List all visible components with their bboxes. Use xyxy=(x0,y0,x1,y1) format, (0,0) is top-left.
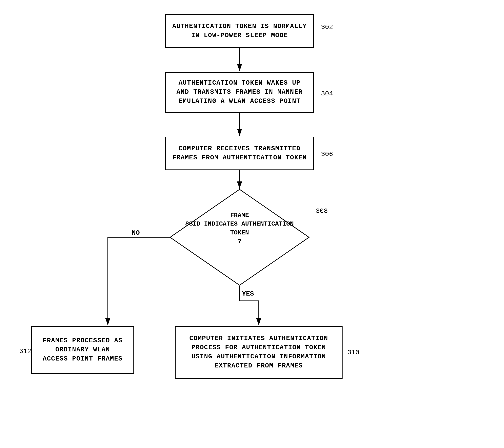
diamond-308-text: FRAME SSID INDICATES AUTHENTICATION TOKE… xyxy=(170,211,309,246)
ref-312: 312 xyxy=(19,348,31,355)
arrow-label-yes: YES xyxy=(242,290,254,298)
arrow-label-no: NO xyxy=(132,229,140,237)
box-306: COMPUTER RECEIVES TRANSMITTED FRAMES FRO… xyxy=(165,137,314,170)
box-312: FRAMES PROCESSED AS ORDINARY WLAN ACCESS… xyxy=(31,326,134,374)
box-302: AUTHENTICATION TOKEN IS NORMALLY IN LOW-… xyxy=(165,14,314,48)
box-310: COMPUTER INITIATES AUTHENTICATION PROCES… xyxy=(175,326,342,379)
ref-310: 310 xyxy=(347,349,359,356)
ref-304: 304 xyxy=(321,90,333,97)
ref-306: 306 xyxy=(321,150,333,158)
ref-308: 308 xyxy=(316,207,328,215)
box-304: AUTHENTICATION TOKEN WAKES UP AND TRANSM… xyxy=(165,72,314,113)
diagram: AUTHENTICATION TOKEN IS NORMALLY IN LOW-… xyxy=(0,0,504,448)
ref-302: 302 xyxy=(321,23,333,31)
